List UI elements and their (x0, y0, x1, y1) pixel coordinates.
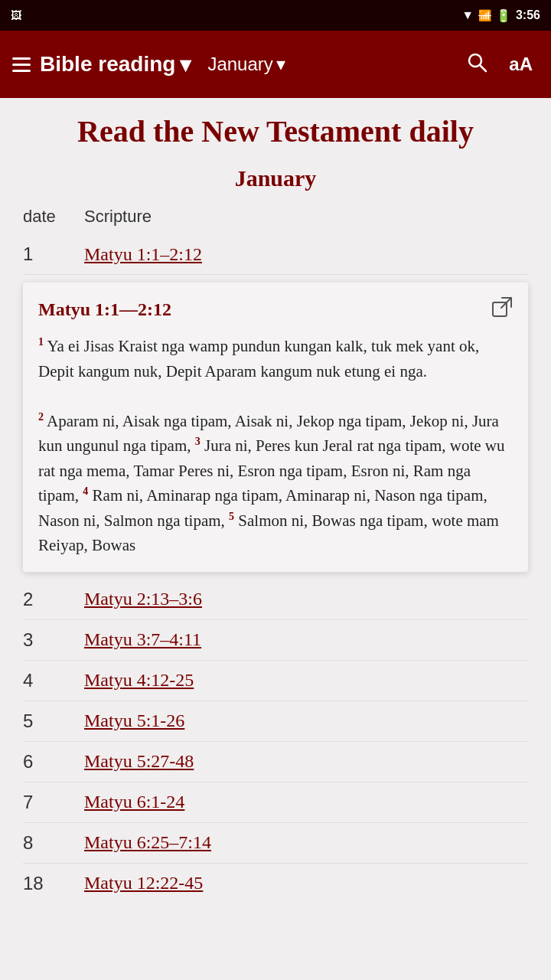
popup-card: Matyu 1:1—2:12 1 Ya ei Jisas Kraist nga … (23, 283, 528, 572)
main-content: Read the New Testament daily January dat… (0, 98, 551, 919)
table-row: 6 Matyu 5:27-48 (23, 742, 528, 782)
table-row: 5 Matyu 5:1-26 (23, 701, 528, 742)
table-row: 7 Matyu 6:1-24 (23, 782, 528, 823)
wifi-icon: ▼ (461, 8, 474, 22)
reading-link-1[interactable]: Matyu 1:1–2:12 (84, 244, 202, 265)
table-row: 8 Matyu 6:25–7:14 (23, 823, 528, 864)
bible-reading-dropdown[interactable]: Bible reading ▾ (40, 52, 191, 77)
table-row: 3 Matyu 3:7–4:11 (23, 620, 528, 661)
month-dropdown-arrow: ▾ (276, 54, 285, 75)
image-icon: 🖼 (11, 9, 21, 21)
reading-link-8[interactable]: Matyu 6:25–7:14 (84, 832, 211, 853)
menu-button[interactable] (12, 57, 31, 72)
table-row: 4 Matyu 4:12-25 (23, 661, 528, 701)
toolbar-title-text: Bible reading (40, 52, 175, 77)
signal-blocked-icon: 📶 (478, 9, 491, 21)
toolbar-month-text: January (207, 54, 272, 75)
svg-line-1 (480, 65, 486, 71)
month-heading: January (23, 165, 528, 191)
reading-link-6[interactable]: Matyu 5:27-48 (84, 751, 194, 772)
font-size-button[interactable]: aA (503, 47, 539, 81)
date-column-header: date (23, 207, 84, 227)
table-row: 18 Matyu 12:22-45 (23, 864, 528, 903)
title-dropdown-arrow: ▾ (180, 52, 191, 77)
table-row: 1 Matyu 1:1–2:12 (23, 234, 528, 275)
reading-link-4[interactable]: Matyu 4:12-25 (84, 670, 194, 691)
table-header: date Scripture (23, 204, 528, 234)
table-row: 2 Matyu 2:13–3:6 (23, 580, 528, 620)
external-link-button[interactable] (491, 296, 513, 323)
reading-link-18[interactable]: Matyu 12:22-45 (84, 873, 203, 893)
reading-link-3[interactable]: Matyu 3:7–4:11 (84, 629, 201, 650)
reading-table: date Scripture 1 Matyu 1:1–2:12 Matyu 1:… (23, 204, 528, 903)
popup-header: Matyu 1:1—2:12 (38, 296, 513, 323)
status-left-icons: 🖼 (11, 9, 21, 21)
page-title: Read the New Testament daily (23, 113, 528, 150)
month-dropdown[interactable]: January ▾ (207, 54, 285, 75)
reading-link-2[interactable]: Matyu 2:13–3:6 (84, 589, 202, 609)
popup-title: Matyu 1:1—2:12 (38, 299, 171, 320)
battery-icon: 🔋 (496, 8, 511, 23)
toolbar: Bible reading ▾ January ▾ aA (0, 31, 551, 98)
time-display: 3:56 (516, 8, 540, 22)
scripture-column-header: Scripture (84, 207, 528, 227)
reading-link-7[interactable]: Matyu 6:1-24 (84, 792, 184, 812)
search-button[interactable] (460, 45, 494, 84)
popup-text: 1 Ya ei Jisas Kraist nga wamp pundun kun… (38, 334, 513, 558)
status-bar: 🖼 ▼ 📶 🔋 3:56 (0, 0, 551, 31)
reading-link-5[interactable]: Matyu 5:1-26 (84, 710, 184, 731)
status-right-area: ▼ 📶 🔋 3:56 (461, 8, 540, 23)
